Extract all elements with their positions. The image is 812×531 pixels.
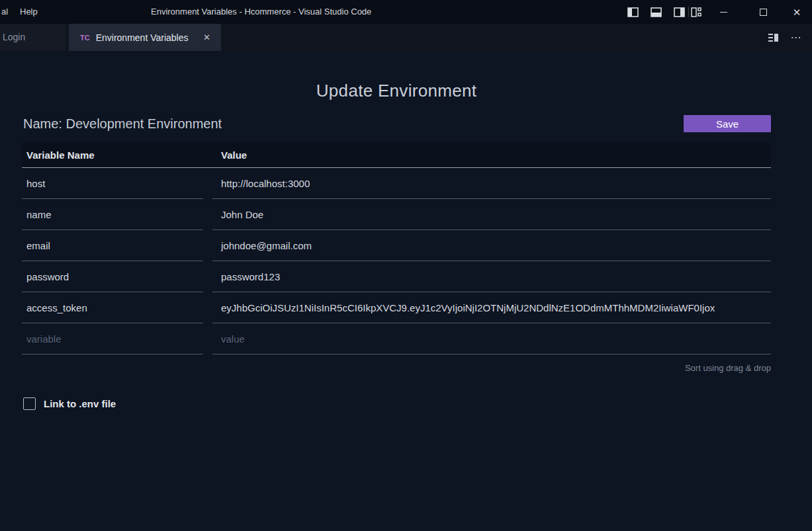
minimize-button[interactable] <box>708 0 739 24</box>
editor-actions: ⋯ <box>766 24 812 51</box>
editor-tab-bar: Login TC Environment Variables ✕ ⋯ <box>0 24 812 51</box>
split-editor-icon[interactable] <box>766 30 782 46</box>
variable-name-input[interactable] <box>22 199 203 230</box>
table-row <box>22 199 771 230</box>
tab-label: Environment Variables <box>96 32 201 43</box>
table-row <box>22 230 771 261</box>
variable-value-input[interactable] <box>212 230 771 261</box>
toggle-panel-icon[interactable] <box>649 5 662 19</box>
table-row <box>22 168 771 199</box>
link-env-checkbox[interactable] <box>23 397 36 410</box>
environment-editor: Update Environment Name: Development Env… <box>0 51 812 531</box>
maximize-icon <box>760 9 767 16</box>
close-window-icon: ✕ <box>793 7 801 17</box>
variable-value-input[interactable] <box>212 199 771 230</box>
close-window-button[interactable]: ✕ <box>782 0 812 24</box>
customize-layout-icon[interactable] <box>690 5 703 19</box>
sort-hint-text: Sort using drag & drop <box>22 363 771 373</box>
page-title: Update Environment <box>22 79 771 102</box>
titlebar-divider <box>688 7 689 17</box>
variable-value-input[interactable] <box>212 168 771 199</box>
variable-name-input[interactable] <box>22 230 203 261</box>
environment-name-label: Name: Development Environment <box>22 116 222 132</box>
toggle-primary-sidebar-icon[interactable] <box>626 5 639 19</box>
table-row <box>22 261 771 292</box>
more-actions-icon[interactable]: ⋯ <box>788 30 804 46</box>
column-header-value: Value <box>212 149 771 161</box>
table-header: Variable Name Value <box>22 142 771 168</box>
link-env-label: Link to .env file <box>44 398 116 409</box>
new-variable-name-input[interactable] <box>22 323 203 354</box>
minimize-icon <box>720 12 727 13</box>
column-header-variable-name: Variable Name <box>22 149 212 161</box>
close-tab-icon[interactable]: ✕ <box>201 31 213 44</box>
thunder-client-icon: TC <box>80 34 90 42</box>
title-bar: al Help Environment Variables - Hcommerc… <box>0 0 812 24</box>
variable-value-input[interactable] <box>212 292 771 323</box>
variable-name-input[interactable] <box>22 261 203 292</box>
new-variable-value-input[interactable] <box>212 323 771 354</box>
variable-value-input[interactable] <box>212 261 771 292</box>
variable-name-input[interactable] <box>22 168 203 199</box>
table-row-new <box>22 323 771 354</box>
environment-name-row: Name: Development Environment Save <box>22 115 771 132</box>
tab-login[interactable]: Login <box>0 24 66 51</box>
variable-name-input[interactable] <box>22 292 203 323</box>
toggle-secondary-sidebar-icon[interactable] <box>672 5 686 19</box>
menu-item-help[interactable]: Help <box>16 0 42 24</box>
link-env-row: Link to .env file <box>22 397 771 410</box>
table-row <box>22 292 771 323</box>
menu-item-terminal-truncated[interactable]: al <box>0 0 12 24</box>
variables-table: Variable Name Value <box>22 142 771 354</box>
save-button[interactable]: Save <box>684 115 771 132</box>
tab-environment-variables[interactable]: TC Environment Variables ✕ <box>69 24 221 51</box>
maximize-button[interactable] <box>748 0 778 24</box>
window-title: Environment Variables - Hcommerce - Visu… <box>151 0 371 24</box>
